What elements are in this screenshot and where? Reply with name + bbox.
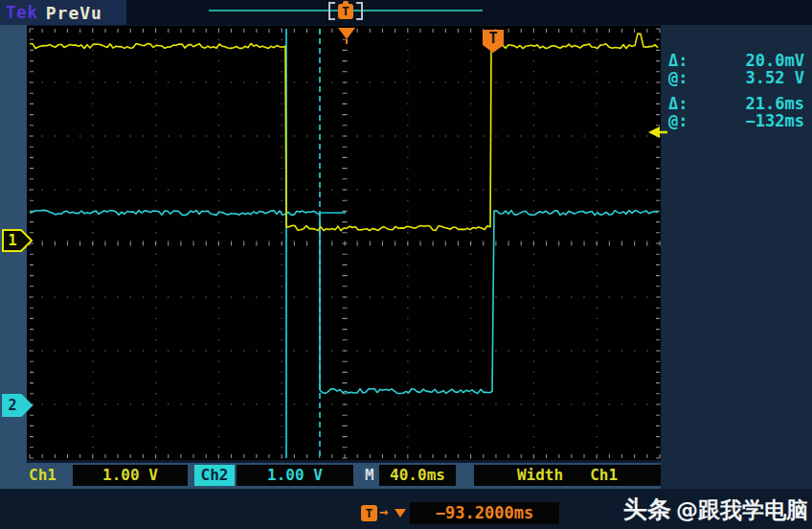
- ch1-label: Ch1: [29, 465, 56, 486]
- status-bar: Ch1 1.00 V Ch2 1.00 V M 40.0ms WidthCh1: [0, 463, 661, 489]
- ch2-scale-readout: 1.00 V: [237, 465, 353, 486]
- oscilloscope-screen: Tek PreVu T Δ: 20.0mV @: 3.52 V Δ: 21.6m…: [0, 0, 812, 529]
- trigger-icon: T: [361, 505, 377, 521]
- ch2-label: Ch2: [194, 465, 235, 486]
- timebase-readout: 40.0ms: [379, 465, 456, 486]
- watermark-handle: @跟我学电脑: [676, 497, 808, 522]
- ch1-scale-readout: 1.00 V: [73, 465, 188, 486]
- timebase-prefix: M: [365, 465, 374, 486]
- graticule: [27, 26, 661, 460]
- trigger-delay-readout: −93.2000ms: [410, 502, 559, 524]
- measurement-panel: Δ: 20.0mV @: 3.52 V Δ: 21.6ms @: −132ms: [661, 25, 812, 529]
- trigger-position-triangle-icon: [395, 509, 406, 518]
- watermark: 头条 @跟我学电脑: [623, 494, 808, 525]
- logo-box: Tek PreVu: [0, 0, 126, 25]
- trigger-icon: T: [338, 4, 353, 19]
- trigger-info-box: WidthCh1: [474, 465, 661, 486]
- tek-logo: Tek: [6, 3, 38, 22]
- left-column: [0, 25, 27, 463]
- trigger-source: Ch1: [590, 466, 618, 484]
- view-window-bracket-right: [356, 2, 363, 20]
- cursor-delta-voltage: Δ: 20.0mV: [668, 51, 804, 70]
- cursor-at-time: @: −132ms: [668, 111, 804, 130]
- top-bar: Tek PreVu T: [0, 0, 812, 25]
- cursor-at-voltage: @: 3.52 V: [668, 68, 804, 87]
- arrow-right-icon: →: [379, 503, 388, 520]
- at-icon: @:: [668, 111, 688, 130]
- acquisition-status: PreVu: [46, 3, 102, 23]
- view-window-bracket-left: [328, 2, 335, 20]
- watermark-brand: 头条: [623, 495, 671, 523]
- at-icon: @:: [668, 68, 688, 87]
- delta-icon: Δ:: [668, 94, 688, 113]
- cursor-delta-time: Δ: 21.6ms: [668, 94, 804, 113]
- trigger-type: Width: [517, 466, 563, 484]
- delta-icon: Δ:: [668, 51, 688, 70]
